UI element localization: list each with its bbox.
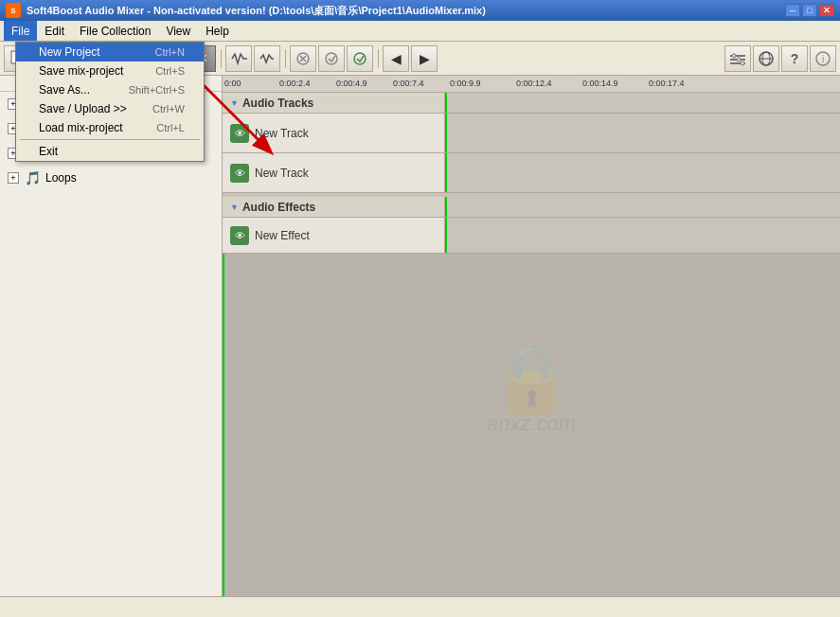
toolbar-help-btn[interactable]: ? [781,45,808,72]
track1-eye-btn[interactable]: 👁 [230,124,249,143]
menu-help[interactable]: Help [198,21,237,41]
save-as-shortcut: Shift+Ctrl+S [129,84,185,96]
svg-point-10 [326,53,337,64]
effect1-name: New Effect [255,229,310,242]
tick-6: 0:00:14.9 [582,79,618,88]
new-project-label: New Project [39,45,100,59]
effects-playhead [445,197,447,217]
content-area: 0:00 0:00:2.4 0:00:4.9 0:00:7.4 0:00:9.9… [223,76,840,596]
audio-effects-header: ▼ Audio Effects [223,197,840,218]
svg-point-15 [732,54,736,58]
toolbar-globe-btn[interactable] [753,45,779,72]
audio-effects-arrow: ▼ [230,203,239,212]
playhead-line [445,93,447,113]
svg-text:i: i [822,54,824,64]
track1-content[interactable] [445,114,840,152]
window-controls: ─ □ ✕ [785,4,834,17]
app-icon: S [6,3,21,18]
minimize-button[interactable]: ─ [785,4,800,17]
audio-tracks-title: Audio Tracks [242,97,313,110]
tick-1: 0:00:2.4 [279,79,311,88]
effect1-playhead [445,218,447,253]
audio-tracks-arrow: ▼ [230,98,239,108]
track2-label-area: 👁 New Track [223,153,445,192]
effect1-eye-btn[interactable]: 👁 [230,226,249,245]
track1-playhead [445,114,447,152]
maximize-button[interactable]: □ [802,4,817,17]
loops-label: Loops [45,171,77,185]
track1-name: New Track [255,127,309,140]
expand-loops-btn[interactable]: + [8,172,19,184]
svg-point-16 [737,58,741,62]
track-row-1: 👁 New Track [223,114,840,153]
toolbar-sep4 [282,45,288,72]
tick-0: 0:00 [224,79,241,88]
toolbar-action1-btn[interactable] [290,45,316,72]
toolbar-wave2-btn[interactable] [254,45,280,72]
audio-effects-section: ▼ Audio Effects 👁 New Effect [223,193,840,254]
exit-label: Exit [39,145,58,158]
menu-item-new-project[interactable]: New Project Ctrl+N [16,43,204,62]
loops-icon: 🎵 [23,168,42,187]
menu-separator [20,139,200,140]
toolbar-forward-btn[interactable]: ▶ [411,45,438,72]
tick-7: 0:00:17.4 [649,79,685,88]
effect1-label-area: 👁 New Effect [223,218,445,253]
toolbar-wave1-btn[interactable] [225,45,252,72]
track2-name: New Track [255,167,309,180]
load-mix-label: Load mix-project [39,121,123,134]
save-as-label: Save As... [39,83,90,97]
menu-item-exit[interactable]: Exit [16,142,204,161]
toolbar-sep3 [218,45,223,72]
menu-view[interactable]: View [158,21,198,41]
track-row-2: 👁 New Track [223,153,840,193]
menu-item-save-mix[interactable]: Save mix-project Ctrl+S [16,62,204,80]
effect1-content[interactable] [445,218,840,253]
audio-tracks-label: ▼ Audio Tracks [223,93,445,113]
audio-tracks-section: ▼ Audio Tracks 👁 New Track [223,93,840,193]
audio-tracks-header: ▼ Audio Tracks [223,93,840,114]
svg-point-11 [354,53,366,64]
toolbar-action3-btn[interactable] [347,45,373,72]
save-upload-shortcut: Ctrl+W [152,103,185,115]
menu-bar: File Edit File Collection View Help [0,21,840,42]
track2-playhead [445,153,447,192]
menu-edit[interactable]: Edit [37,21,72,41]
close-button[interactable]: ✕ [819,4,834,17]
audio-effects-label: ▼ Audio Effects [223,197,445,217]
timeline-ruler: 0:00 0:00:2.4 0:00:4.9 0:00:7.4 0:00:9.9… [223,76,840,93]
app-title: Soft4Boost Audio Mixer - Non-activated v… [27,4,785,18]
timeline-ruler-row: 0:00 0:00:2.4 0:00:4.9 0:00:7.4 0:00:9.9… [223,76,840,93]
track2-eye-btn[interactable]: 👁 [230,164,249,183]
tick-3: 0:00:7.4 [393,79,424,88]
toolbar-info-btn[interactable]: i [810,45,836,72]
svg-point-17 [741,62,744,65]
tick-4: 0:00:9.9 [450,79,481,88]
title-bar: S Soft4Boost Audio Mixer - Non-activated… [0,0,840,21]
effect-row-1: 👁 New Effect [223,218,840,254]
toolbar-sep5 [375,45,381,72]
save-mix-label: Save mix-project [39,64,123,78]
menu-item-save-upload[interactable]: Save / Upload >> Ctrl+W [16,99,204,118]
menu-item-load-mix[interactable]: Load mix-project Ctrl+L [16,118,204,137]
audio-effects-title: Audio Effects [242,201,315,214]
sidebar-item-loops[interactable]: + 🎵 Loops [0,166,222,190]
watermark-icon: 🔒 [487,345,576,412]
menu-file-collection[interactable]: File Collection [72,21,158,41]
track2-content[interactable] [445,153,840,192]
audio-effects-timeline [445,197,840,217]
watermark-text: anxz.com [487,412,576,436]
file-dropdown-menu: New Project Ctrl+N Save mix-project Ctrl… [15,42,205,162]
toolbar-settings-btn[interactable] [724,45,751,72]
new-project-shortcut: Ctrl+N [155,46,185,58]
toolbar-action2-btn[interactable] [318,45,345,72]
save-upload-label: Save / Upload >> [39,102,127,115]
menu-file[interactable]: File [4,21,37,41]
track1-label-area: 👁 New Track [223,114,445,152]
main-playhead [223,254,224,596]
status-bar [0,596,840,617]
toolbar-back-btn[interactable]: ◀ [383,45,409,72]
save-mix-shortcut: Ctrl+S [155,65,185,77]
audio-tracks-timeline [445,93,840,113]
menu-item-save-as[interactable]: Save As... Shift+Ctrl+S [16,80,204,99]
